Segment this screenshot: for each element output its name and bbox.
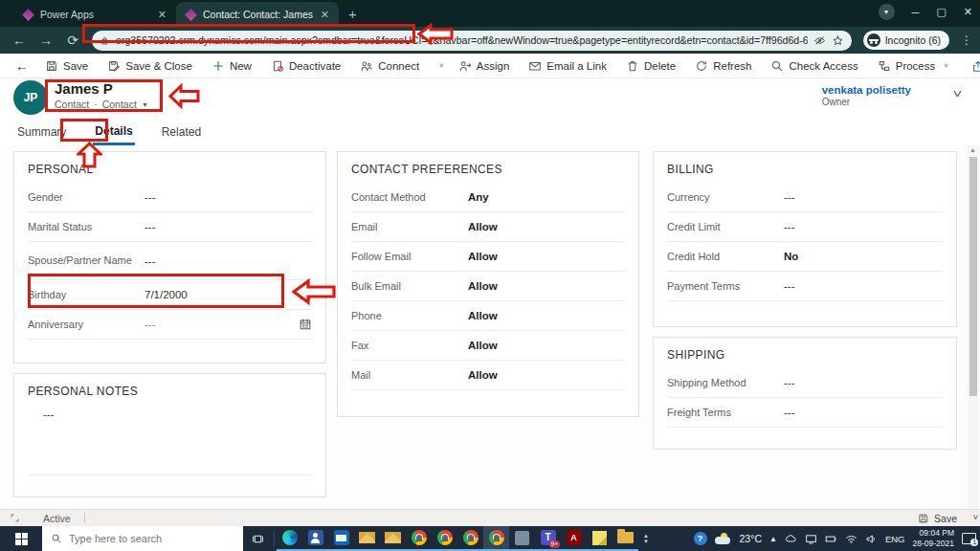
reload-icon[interactable]: ⟳ <box>61 33 84 48</box>
field-value[interactable]: --- <box>784 191 943 203</box>
taskbar-overflow-chevrons[interactable]: ▲▼ <box>638 526 654 551</box>
wifi-icon[interactable] <box>845 533 858 545</box>
header-collapse-chevron-icon[interactable]: ˅ <box>953 88 963 101</box>
save-button[interactable]: Save <box>36 54 97 77</box>
tab-close-icon[interactable]: ✕ <box>321 9 329 21</box>
taskbar-app-folder[interactable] <box>612 526 638 551</box>
field-value[interactable]: No <box>784 251 943 262</box>
notification-icon[interactable]: 1 <box>962 533 976 544</box>
field-value[interactable]: --- <box>784 280 943 292</box>
task-view-button[interactable] <box>243 526 272 551</box>
taskbar-search[interactable] <box>42 526 243 551</box>
process-button[interactable]: Process ˅ <box>869 54 961 77</box>
bookmark-star-icon[interactable] <box>832 34 844 47</box>
scroll-down-icon[interactable]: ˅ <box>973 513 978 522</box>
field-value[interactable]: Any <box>468 191 625 203</box>
email-a-link-button[interactable]: Email a Link <box>520 54 615 77</box>
expand-icon[interactable] <box>10 513 20 523</box>
weather-icon[interactable] <box>715 533 732 544</box>
clock[interactable]: 09:04 PM 28-09-2021 <box>913 528 954 548</box>
field-value[interactable]: --- <box>145 319 299 330</box>
new-button[interactable]: New <box>203 54 260 77</box>
search-input[interactable] <box>69 533 222 544</box>
help-icon[interactable]: ? <box>694 532 707 545</box>
taskbar-app-chrome-3[interactable] <box>457 526 483 551</box>
taskbar-app-chrome-active[interactable] <box>483 526 509 551</box>
field-value[interactable]: --- <box>784 221 943 232</box>
tab-related[interactable]: Related <box>160 121 203 143</box>
scrollbar[interactable]: ▲ <box>968 145 979 509</box>
assign-button[interactable]: Assign <box>450 54 519 77</box>
field-value[interactable]: 7/1/2000 <box>145 289 299 300</box>
calendar-icon[interactable] <box>299 318 312 331</box>
save-close-icon <box>107 59 121 73</box>
taskbar-app-chrome-2[interactable] <box>432 526 457 551</box>
taskbar-app-mail-1[interactable] <box>354 526 380 551</box>
battery-icon[interactable] <box>825 533 837 545</box>
field-value[interactable]: Allow <box>468 369 625 381</box>
address-bar[interactable]: org35670292.crm.dynamics.com/main.aspx?c… <box>92 31 852 51</box>
window-maximize-button[interactable]: ▢ <box>936 6 946 18</box>
taskbar-app-mail-2[interactable] <box>380 526 406 551</box>
tab-close-icon[interactable]: ✕ <box>158 9 167 21</box>
window-minimize-button[interactable]: ─ <box>912 7 920 18</box>
eye-slash-icon[interactable] <box>813 34 826 47</box>
taskbar-app-sticky-notes[interactable] <box>587 526 612 551</box>
temperature-label[interactable]: 23°C <box>740 533 762 544</box>
field-value[interactable]: --- <box>784 377 943 388</box>
field-value[interactable]: Allow <box>468 280 625 292</box>
status-save-button[interactable]: Save <box>918 513 957 524</box>
check-access-button[interactable]: Check Access <box>762 54 866 77</box>
field-value[interactable]: Allow <box>468 310 625 321</box>
field-value[interactable]: Allow <box>468 251 625 262</box>
refresh-button[interactable]: Refresh <box>686 54 760 77</box>
scroll-up-icon[interactable]: ▲ <box>969 146 976 153</box>
field-value[interactable]: --- <box>145 191 312 203</box>
back-icon[interactable]: ← <box>8 33 31 48</box>
incognito-badge[interactable]: Incognito (6) <box>863 31 949 50</box>
field-value[interactable]: --- <box>784 407 943 418</box>
form-selector[interactable]: Contact <box>102 99 137 110</box>
taskbar-app-edge[interactable] <box>277 526 302 551</box>
window-close-button[interactable]: ✕ <box>964 6 972 18</box>
field-label: Credit Hold <box>667 250 784 263</box>
share-button[interactable]: Share <box>963 54 980 77</box>
app-back-icon[interactable]: ← <box>10 58 34 74</box>
taskbar-app-teams[interactable]: T 9+ <box>535 526 561 551</box>
connect-button[interactable]: Connect <box>351 54 428 77</box>
browser-profile-icon[interactable]: ▾ <box>879 4 895 20</box>
new-tab-button[interactable]: + <box>348 6 357 22</box>
delete-button[interactable]: Delete <box>617 54 684 77</box>
field-value[interactable]: --- <box>145 255 312 267</box>
start-button[interactable] <box>0 526 42 551</box>
field-value[interactable]: Allow <box>468 340 625 351</box>
connect-chevron-icon[interactable]: ˅ <box>435 61 448 70</box>
scrollbar-thumb[interactable] <box>969 157 977 396</box>
language-indicator[interactable]: ENG <box>885 534 905 544</box>
onedrive-cloud-icon[interactable] <box>785 533 797 545</box>
taskbar-app-notes[interactable] <box>509 526 535 551</box>
calendar-icon[interactable] <box>299 288 312 301</box>
process-chevron-icon[interactable]: ˅ <box>940 61 952 70</box>
taskbar-app-chrome-1[interactable] <box>406 526 432 551</box>
forward-icon[interactable]: → <box>34 33 57 48</box>
save-and-close-button[interactable]: Save & Close <box>99 54 201 77</box>
browser-tab-contact[interactable]: Contact: Contact: James P - ✕ <box>176 2 339 27</box>
tab-details[interactable]: Details <box>93 120 134 145</box>
deactivate-button[interactable]: Deactivate <box>262 54 349 77</box>
avatar[interactable]: JP <box>13 80 48 115</box>
taskbar-app-people[interactable] <box>302 526 328 551</box>
field-value[interactable]: Allow <box>468 221 625 232</box>
browser-tab-power-apps[interactable]: Power Apps ✕ <box>13 2 176 27</box>
tray-chevron-up-icon[interactable]: ▲ <box>769 535 777 543</box>
speaker-icon[interactable] <box>865 533 878 545</box>
tab-summary[interactable]: Summary <box>15 121 68 143</box>
taskbar-app-outlook[interactable] <box>328 526 354 551</box>
browser-menu-icon[interactable]: ⋮ <box>961 33 972 47</box>
notes-field[interactable]: --- <box>14 405 325 420</box>
taskbar-app-acrobat[interactable]: A <box>561 526 587 551</box>
owner-link[interactable]: venkata polisetty <box>822 84 911 96</box>
form-selector-chevron-icon[interactable]: ▼ <box>142 101 148 108</box>
field-value[interactable]: --- <box>145 221 312 232</box>
monitor-icon[interactable] <box>805 533 817 545</box>
